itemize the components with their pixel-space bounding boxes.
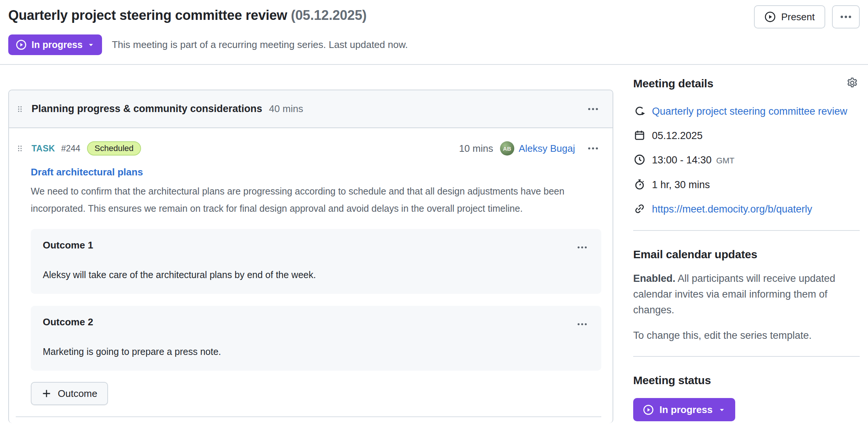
email-updates-enabled: Enabled. [633, 273, 676, 284]
link-icon [633, 203, 646, 214]
add-outcome-label: Outcome [58, 388, 98, 400]
meeting-subtitle: This meeting is part of a recurring meet… [112, 39, 408, 51]
outcome-text: Marketing is going to prepare a press no… [43, 346, 590, 357]
header-more-button[interactable] [832, 5, 860, 28]
email-updates-note: To change this, edit the series template… [633, 328, 854, 343]
meet-link-wrap: https://meet.democity.org/b/quaterly [652, 201, 812, 217]
kebab-icon [577, 242, 588, 253]
agenda-section-header: Planning progress & community considerat… [9, 90, 613, 128]
page-header: Quarterly project steering committee rev… [0, 0, 868, 28]
kebab-icon [587, 103, 599, 115]
meeting-details-heading: Meeting details [633, 77, 713, 90]
recurring-icon [633, 105, 646, 117]
task-description: We need to confirm that the architectura… [31, 183, 601, 217]
meeting-status-row: In progress This meeting is part of a re… [0, 28, 868, 55]
header-actions: Present [754, 4, 860, 28]
sidebar-divider [633, 230, 860, 231]
task-type-label: TASK [32, 144, 55, 154]
series-link[interactable]: Quarterly project steering committee rev… [652, 106, 847, 117]
task-more-button[interactable] [585, 140, 601, 157]
clock-icon [633, 154, 646, 165]
next-item-divider [16, 416, 601, 423]
kebab-icon [587, 142, 599, 154]
meeting-settings-button[interactable] [845, 75, 860, 91]
kebab-icon [577, 319, 588, 330]
date-row: 05.12.2025 [633, 128, 860, 144]
agenda-section-title: Planning progress & community considerat… [32, 103, 262, 115]
main-column: Planning progress & community considerat… [8, 65, 613, 423]
duration-row: 1 hr, 30 mins [633, 177, 860, 193]
kebab-icon [839, 10, 852, 23]
meeting-status-button-label: In progress [659, 404, 713, 416]
outcome-card: Outcome 1 Aleksy will take care of the a… [31, 229, 601, 294]
task-status-badge: Scheduled [87, 141, 141, 156]
sidebar-divider [633, 356, 860, 357]
email-updates-heading: Email calendar updates [633, 248, 860, 261]
present-button[interactable]: Present [754, 5, 825, 28]
caret-down-icon [87, 41, 95, 48]
gear-icon [846, 77, 858, 89]
task-number: #244 [61, 144, 80, 154]
page-title-text: Quarterly project steering committee rev… [8, 7, 287, 23]
play-circle-icon [764, 11, 776, 22]
task-assignee-link[interactable]: Aleksy Bugaj [519, 143, 575, 154]
email-updates-text: Enabled. All participants will receive u… [633, 271, 854, 318]
content: Planning progress & community considerat… [0, 65, 868, 423]
duration-value: 1 hr, 30 mins [652, 177, 710, 193]
series-link-wrap: Quarterly project steering committee rev… [652, 103, 847, 120]
time-value: 13:00 - 14:30 [652, 154, 712, 166]
agenda-section-duration: 40 mins [269, 103, 303, 115]
time-row: 13:00 - 14:30GMT [633, 152, 860, 169]
meeting-status-button[interactable]: In progress [633, 398, 735, 421]
meeting-status-pill-label: In progress [32, 39, 83, 50]
time-value-wrap: 13:00 - 14:30GMT [652, 152, 734, 169]
outcome-more-button[interactable] [574, 239, 590, 255]
outcome-title: Outcome 1 [43, 239, 93, 251]
outcome-more-button[interactable] [574, 316, 590, 332]
meeting-status-pill[interactable]: In progress [8, 34, 102, 55]
agenda-card: Planning progress & community considerat… [8, 90, 613, 423]
plus-icon [41, 388, 52, 399]
calendar-icon [633, 130, 646, 141]
task-card: TASK #244 Scheduled 10 mins AB Aleksy Bu… [9, 128, 613, 423]
timezone-label: GMT [716, 156, 734, 165]
stopwatch-icon [633, 179, 646, 190]
outcome-text: Aleksy will take care of the architectur… [43, 269, 590, 280]
meeting-status-heading: Meeting status [633, 374, 860, 387]
caret-down-icon [718, 406, 725, 413]
play-circle-icon [16, 39, 27, 50]
outcome-title: Outcome 2 [43, 316, 93, 328]
add-outcome-button[interactable]: Outcome [31, 382, 108, 405]
meet-link[interactable]: https://meet.democity.org/b/quaterly [652, 204, 812, 215]
play-circle-icon [643, 404, 654, 415]
task-title-link[interactable]: Draft architectural plans [31, 166, 143, 178]
assignee-avatar[interactable]: AB [500, 141, 514, 156]
page-title: Quarterly project steering committee rev… [8, 4, 366, 26]
sidebar: Meeting details Quarterly project steeri… [633, 65, 860, 421]
date-value: 05.12.2025 [652, 128, 703, 144]
task-duration: 10 mins [459, 143, 493, 154]
section-more-button[interactable] [585, 101, 601, 117]
drag-handle-icon[interactable] [16, 105, 24, 113]
outcome-card: Outcome 2 Marketing is going to prepare … [31, 306, 601, 371]
series-link-row: Quarterly project steering committee rev… [633, 103, 860, 120]
drag-handle-icon[interactable] [16, 144, 24, 153]
meet-link-row: https://meet.democity.org/b/quaterly [633, 201, 860, 217]
present-button-label: Present [781, 11, 815, 23]
task-header-row: TASK #244 Scheduled 10 mins AB Aleksy Bu… [16, 140, 601, 157]
page-title-date: (05.12.2025) [291, 7, 367, 23]
